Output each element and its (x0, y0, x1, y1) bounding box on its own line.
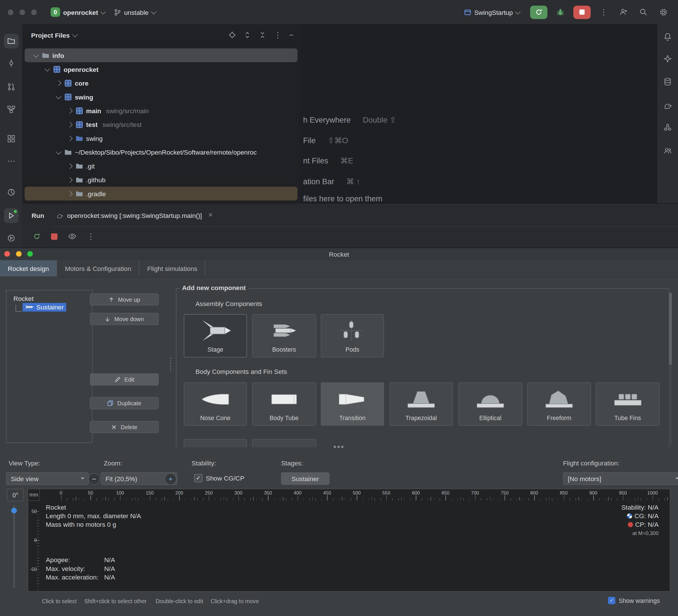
delete-button[interactable]: Delete (90, 421, 159, 433)
run-tool-button[interactable] (4, 208, 19, 223)
run-button[interactable] (530, 5, 548, 19)
chevron-right-icon (67, 108, 73, 113)
edit-button[interactable]: Edit (90, 373, 159, 385)
vcs-branch-widget[interactable]: unstable (109, 6, 160, 18)
tree-item-git[interactable]: .git (25, 159, 297, 173)
tree-item-remote-path[interactable]: ~/Desktop/Sibo/Projects/OpenRocket/Softw… (25, 145, 297, 159)
project-name: openrocket (63, 8, 98, 16)
window-controls[interactable] (0, 9, 46, 15)
pull-requests-tool-button[interactable] (4, 80, 19, 94)
show-cgcp-checkbox[interactable] (194, 474, 202, 482)
flight-configuration-select[interactable]: [No motors] (563, 472, 678, 485)
more-tools-button[interactable]: ⋯ (4, 154, 19, 169)
duplicate-button[interactable]: Duplicate (90, 397, 159, 409)
locate-file-icon[interactable] (229, 31, 236, 39)
eye-icon[interactable] (68, 232, 76, 241)
scrollbar-thumb[interactable] (669, 293, 672, 365)
project-tool-button[interactable] (4, 34, 19, 48)
tree-item-gradle[interactable]: .gradle (25, 187, 297, 201)
run-tab[interactable]: openrocket:swing [:swing:SwingStartup.ma… (56, 211, 213, 219)
move-up-button[interactable]: Move up (90, 293, 159, 305)
rotation-slider[interactable] (13, 505, 15, 588)
stage-toggle-button[interactable]: Sustainer (281, 472, 330, 485)
close-tab-icon[interactable]: × (208, 211, 213, 219)
tree-item-test[interactable]: test swing/src/test (25, 118, 297, 131)
tree-item-swing[interactable]: swing (25, 90, 297, 104)
profiler-icon (7, 188, 15, 197)
structure-tool-button[interactable] (4, 102, 19, 117)
panel-options-icon[interactable]: ⋮ (274, 30, 281, 40)
show-warnings-control[interactable]: Show warnings (608, 597, 660, 604)
horizontal-splitter-handle[interactable]: ••• (333, 443, 344, 452)
debug-button[interactable] (554, 5, 567, 19)
tree-item-openrocket[interactable]: openrocket (25, 62, 297, 76)
dependencies-tool-button[interactable] (660, 120, 675, 135)
search-button[interactable] (637, 5, 650, 19)
rerun-icon[interactable] (33, 233, 40, 240)
stage-button[interactable]: Stage (184, 314, 247, 358)
zoom-in-button[interactable]: + (165, 473, 176, 485)
tree-item-info[interactable]: info (25, 48, 297, 62)
body-components-label: Body Components and Fin Sets (195, 368, 287, 375)
move-down-button[interactable]: Move down (90, 313, 159, 325)
chevron-down-icon[interactable] (73, 32, 78, 37)
gradle-tool-button[interactable] (660, 97, 675, 112)
component-label: Tube Fins (614, 414, 641, 425)
tree-item-swing-folder[interactable]: swing (25, 131, 297, 145)
boosters-button[interactable]: Boosters (252, 314, 316, 358)
show-warnings-checkbox[interactable] (608, 597, 615, 604)
tab-motors-configuration[interactable]: Motors & Configuration (57, 260, 139, 277)
ai-assistant-tool-button[interactable] (660, 51, 675, 66)
tree-item-main[interactable]: main swing/src/main (25, 104, 297, 118)
database-tool-button[interactable] (660, 74, 675, 89)
nose-cone-button[interactable]: Nose Cone (184, 382, 247, 426)
expand-all-icon[interactable] (244, 31, 252, 39)
chevron-right-icon (56, 80, 61, 86)
settings-button[interactable] (656, 5, 670, 19)
more-actions-button[interactable]: ⋮ (597, 5, 610, 19)
slider-thumb[interactable] (11, 508, 17, 514)
tree-item-github[interactable]: .github (25, 173, 297, 187)
tree-root-label[interactable]: Rocket (13, 295, 92, 302)
component-button-partial[interactable] (184, 439, 247, 447)
show-cgcp-control[interactable]: Show CG/CP (194, 474, 244, 482)
pods-button[interactable]: Pods (321, 314, 384, 358)
collaboration-tool-button[interactable] (660, 143, 675, 158)
tree-item-core[interactable]: core (25, 76, 297, 90)
window-minimize-button[interactable] (20, 9, 25, 15)
tree-item-sustainer[interactable]: Sustainer (23, 303, 67, 312)
window-zoom-button[interactable] (31, 9, 37, 15)
apogee-label: Apogee: (46, 556, 105, 564)
collapse-all-icon[interactable] (259, 31, 266, 39)
services-tool-button[interactable] (4, 231, 19, 246)
build-tool-button[interactable] (4, 131, 19, 146)
freeform-button[interactable]: Freeform (527, 382, 591, 426)
stop-icon[interactable] (51, 233, 58, 240)
rotation-angle-field[interactable]: 0° (7, 489, 24, 501)
tab-rocket-design[interactable]: Rocket design (0, 260, 57, 277)
commit-tool-button[interactable] (4, 55, 19, 71)
rocket-mass-info: Mass with no motors 0 g (46, 520, 141, 529)
view-type-select[interactable]: Side view (6, 472, 88, 485)
run-configuration-selector[interactable]: SwingStartup (459, 6, 524, 18)
tube-fins-button[interactable]: Tube Fins (596, 382, 660, 426)
run-options-icon[interactable]: ⋮ (87, 232, 95, 241)
stop-button[interactable] (573, 5, 591, 19)
notifications-tool-button[interactable] (660, 29, 675, 44)
zoom-out-button[interactable]: − (88, 473, 100, 485)
project-widget[interactable]: 0 openrocket (46, 5, 109, 19)
rocket-design-canvas[interactable]: mm 0501001502002503003504004505005506006… (28, 489, 670, 592)
trapezoidal-button[interactable]: Trapezoidal (389, 382, 453, 426)
window-close-button[interactable] (8, 9, 13, 15)
screenshot-root: 0 openrocket unstable SwingStartup (0, 0, 678, 616)
profiler-tool-button[interactable] (4, 185, 19, 200)
component-button-partial[interactable] (252, 439, 316, 447)
tab-flight-simulations[interactable]: Flight simulations (139, 260, 205, 277)
elliptical-button[interactable]: Elliptical (458, 382, 522, 426)
hide-panel-icon[interactable]: − (289, 31, 294, 40)
component-scrollbar[interactable] (669, 293, 672, 445)
body-tube-button[interactable]: Body Tube (252, 382, 316, 426)
transition-button[interactable]: Transition (321, 382, 384, 426)
rocket-component-tree[interactable]: Rocket Sustainer (6, 290, 92, 443)
add-user-button[interactable] (617, 5, 630, 19)
